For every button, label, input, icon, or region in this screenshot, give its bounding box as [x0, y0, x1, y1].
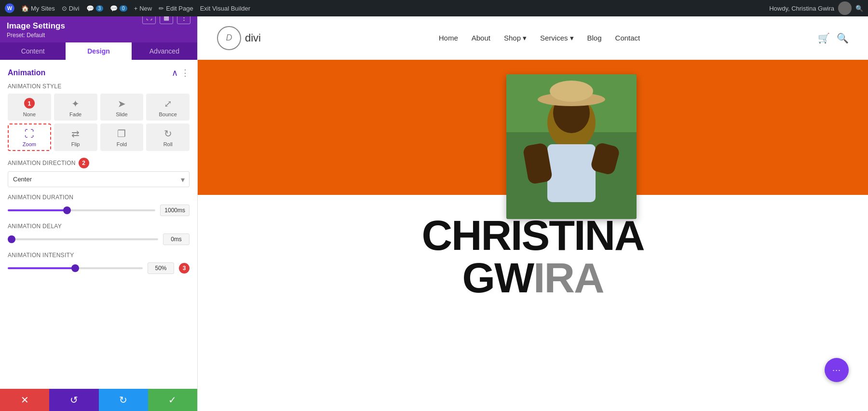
- logo-text: divi: [245, 32, 261, 44]
- anim-fold-label: Fold: [117, 141, 127, 147]
- chat-bubble-icon: ···: [832, 365, 841, 375]
- anim-fold-button[interactable]: ❐ Fold: [100, 123, 144, 151]
- anim-zoom-label: Zoom: [23, 141, 36, 147]
- anim-roll-label: Roll: [163, 141, 173, 147]
- panel-preset[interactable]: Preset: Default: [7, 32, 190, 39]
- edit-icon: ✏: [159, 5, 164, 12]
- anim-fade-label: Fade: [69, 111, 81, 117]
- plus-icon: +: [134, 5, 138, 12]
- new-button[interactable]: + New: [134, 5, 152, 12]
- undo-button[interactable]: ↺: [49, 389, 98, 411]
- anim-style-label: Animation Style: [0, 83, 197, 94]
- comment-badge: 3: [96, 5, 104, 12]
- wp-logo-button[interactable]: W: [5, 3, 14, 13]
- anim-roll-button[interactable]: ↻ Roll: [146, 123, 190, 151]
- delay-slider-thumb[interactable]: [8, 235, 15, 243]
- search-icon[interactable]: 🔍: [855, 5, 863, 12]
- tab-bar: Content Design Advanced: [0, 42, 197, 60]
- divi-icon: ⊙: [62, 5, 67, 12]
- intensity-slider-thumb[interactable]: [71, 264, 79, 272]
- nav-blog[interactable]: Blog: [587, 34, 602, 42]
- person-name-first: CHRISTINA: [207, 214, 858, 257]
- delay-slider-control: 0ms: [8, 233, 190, 245]
- edit-page-button[interactable]: ✏ Edit Page: [159, 5, 193, 12]
- nav-home[interactable]: Home: [439, 34, 458, 42]
- animation-direction-field: Animation Direction 2 Center Top Bottom …: [0, 158, 197, 194]
- cancel-icon: ✕: [21, 394, 29, 406]
- site-content: CHRISTINA GWIRA ···: [198, 60, 868, 411]
- anim-slide-label: Slide: [116, 111, 127, 117]
- divi-button[interactable]: ⊙ Divi: [62, 5, 80, 12]
- home-icon: 🏠: [21, 5, 29, 12]
- anim-slide-button[interactable]: ➤ Slide: [100, 94, 144, 121]
- direction-select[interactable]: Center Top Bottom Left Right: [8, 171, 190, 187]
- tab-content[interactable]: Content: [0, 42, 66, 60]
- anim-fade-button[interactable]: ✦ Fade: [54, 94, 97, 121]
- confirm-button[interactable]: ✓: [148, 389, 197, 411]
- cart-icon[interactable]: 🛒: [818, 32, 830, 44]
- hero-banner: [198, 60, 868, 195]
- delay-slider-track[interactable]: [8, 238, 158, 240]
- fullscreen-icon-button[interactable]: ⛶: [142, 16, 156, 24]
- comment-zero-badge: 0: [120, 5, 127, 12]
- nav-services[interactable]: Services ▾: [540, 34, 574, 42]
- more-options-button[interactable]: ⋮: [177, 16, 190, 24]
- comment-icon: 💬: [86, 5, 94, 12]
- direction-badge: 2: [79, 158, 89, 168]
- anim-duration-label: Animation Duration: [8, 194, 190, 201]
- delay-value[interactable]: 0ms: [163, 233, 190, 245]
- section-more-button[interactable]: ⋮: [181, 68, 190, 78]
- duration-slider-thumb[interactable]: [63, 206, 71, 214]
- anim-flip-button[interactable]: ⇄ Flip: [54, 123, 97, 151]
- duration-slider-control: 1000ms: [8, 205, 190, 216]
- comment-zero-button[interactable]: 💬 0: [110, 5, 127, 12]
- admin-bar-right: Howdy, Christina Gwira 🔍: [769, 1, 863, 15]
- columns-icon-button[interactable]: ▦: [160, 16, 173, 24]
- site-nav-links: Home About Shop ▾ Services ▾ Blog Contac…: [439, 34, 640, 42]
- hero-image-placeholder: [506, 74, 637, 219]
- intensity-slider-control: 50% 3: [8, 262, 190, 274]
- duration-value[interactable]: 1000ms: [160, 205, 190, 216]
- chat-bubble-button[interactable]: ···: [825, 358, 849, 382]
- anim-direction-label: Animation Direction 2: [8, 158, 190, 168]
- nav-contact[interactable]: Contact: [615, 34, 640, 42]
- anim-zoom-button[interactable]: ⛶ Zoom: [8, 123, 51, 151]
- animation-style-grid: 1 None ✦ Fade ➤ Slide ⤢ Bounce: [0, 94, 197, 158]
- logo-circle: D: [217, 26, 241, 50]
- flip-icon: ⇄: [71, 128, 80, 139]
- main-layout: ⛶ ▦ ⋮ Image Settings Preset: Default Con…: [0, 16, 868, 411]
- duration-slider-fill: [8, 209, 67, 211]
- nav-icons: 🛒 🔍: [818, 32, 849, 44]
- site-navbar: D divi Home About Shop ▾ Services ▾ Blog…: [198, 16, 868, 60]
- services-chevron-icon: ▾: [570, 34, 574, 42]
- intensity-value[interactable]: 50%: [148, 262, 174, 274]
- redo-button[interactable]: ↻: [99, 389, 148, 411]
- site-logo: D divi: [217, 26, 261, 50]
- user-greeting: Howdy, Christina Gwira: [769, 5, 834, 12]
- cancel-button[interactable]: ✕: [0, 389, 49, 411]
- redo-icon: ↻: [119, 394, 127, 406]
- animation-delay-field: Animation Delay 0ms: [0, 223, 197, 252]
- comments-button[interactable]: 💬 3: [86, 5, 104, 12]
- left-panel: ⛶ ▦ ⋮ Image Settings Preset: Default Con…: [0, 16, 198, 411]
- person-name-last-partial: GWIRA: [207, 257, 858, 299]
- exit-builder-button[interactable]: Exit Visual Builder: [200, 5, 251, 12]
- intensity-slider-track[interactable]: [8, 267, 143, 269]
- logo-letter: D: [226, 33, 232, 43]
- duration-slider-track[interactable]: [8, 209, 155, 211]
- section-controls: ∧ ⋮: [172, 68, 190, 78]
- search-nav-icon[interactable]: 🔍: [837, 32, 849, 44]
- collapse-button[interactable]: ∧: [172, 68, 178, 78]
- panel-header-icons: ⛶ ▦ ⋮: [142, 16, 190, 24]
- tab-design[interactable]: Design: [66, 42, 131, 60]
- anim-none-button[interactable]: 1 None: [8, 94, 51, 121]
- slide-icon: ➤: [118, 98, 126, 110]
- nav-about[interactable]: About: [472, 34, 490, 42]
- anim-none-badge: 1: [24, 98, 35, 109]
- my-sites-button[interactable]: 🏠 My Sites: [21, 5, 55, 12]
- anim-intensity-label: Animation Intensity: [8, 252, 190, 259]
- tab-advanced[interactable]: Advanced: [132, 42, 197, 60]
- animation-section-header: Animation ∧ ⋮: [0, 60, 197, 83]
- nav-shop[interactable]: Shop ▾: [504, 34, 527, 42]
- anim-bounce-button[interactable]: ⤢ Bounce: [146, 94, 190, 121]
